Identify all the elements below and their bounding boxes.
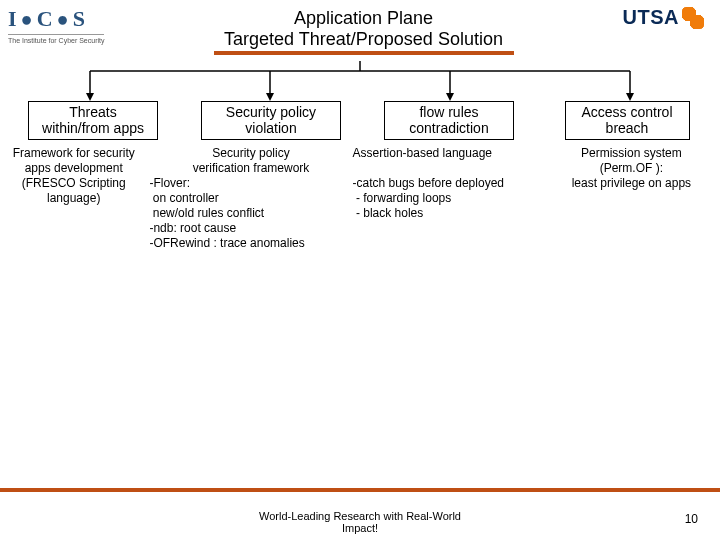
column-flowrules: flow rules contradiction — [360, 101, 538, 139]
box-line: breach — [572, 120, 683, 136]
box-line: Access control — [572, 104, 683, 120]
desc-line: -Flover: — [149, 176, 352, 191]
desc-line — [353, 161, 547, 176]
desc-line: -catch bugs before deployed — [353, 176, 547, 191]
ics-logo: I ● C ● S The Institute for Cyber Securi… — [8, 6, 104, 44]
desc-access: Permission system (Perm.OF ): least priv… — [547, 146, 716, 251]
desc-line: -OFRewind : trace anomalies — [149, 236, 352, 251]
desc-line: on controller — [149, 191, 352, 206]
box-line: violation — [208, 120, 334, 136]
desc-line: -ndb: root cause — [149, 221, 352, 236]
desc-line: apps development — [4, 161, 143, 176]
desc-line: language) — [4, 191, 143, 206]
ics-letter-c: C — [37, 6, 53, 32]
dot-icon: ● — [57, 8, 69, 31]
svg-marker-9 — [626, 93, 634, 101]
box-flowrules: flow rules contradiction — [384, 101, 514, 139]
utsa-text: UTSA — [623, 6, 679, 29]
box-policy: Security policy violation — [201, 101, 341, 139]
box-line: contradiction — [391, 120, 507, 136]
title-line-1: Application Plane — [104, 8, 622, 29]
box-threats: Threats within/from apps — [28, 101, 158, 139]
desc-policy: Security policy verification framework -… — [143, 146, 352, 251]
page-number: 10 — [685, 512, 698, 526]
box-line: Security policy — [208, 104, 334, 120]
column-access: Access control breach — [538, 101, 716, 139]
utsa-mark-icon — [682, 7, 704, 29]
column-policy: Security policy violation — [182, 101, 360, 139]
ics-subtitle: The Institute for Cyber Security — [8, 34, 104, 44]
ics-letter-s: S — [73, 6, 85, 32]
tree-connector — [0, 61, 720, 101]
footer-divider — [0, 488, 720, 492]
svg-marker-7 — [266, 93, 274, 101]
desc-threats: Framework for security apps development … — [4, 146, 143, 251]
desc-line: - black holes — [353, 206, 547, 221]
desc-line: new/old rules conflict — [149, 206, 352, 221]
page-title: Application Plane Targeted Threat/Propos… — [104, 6, 622, 55]
box-line: Threats — [35, 104, 151, 120]
desc-line: Security policy — [149, 146, 352, 161]
svg-marker-6 — [86, 93, 94, 101]
desc-flowrules: Assertion-based language -catch bugs bef… — [353, 146, 547, 251]
title-underline — [214, 51, 514, 55]
box-line: within/from apps — [35, 120, 151, 136]
dot-icon: ● — [21, 8, 33, 31]
desc-line: Permission system — [547, 146, 716, 161]
footer-text: World-Leading Research with Real-World I… — [240, 510, 480, 534]
desc-line: least privilege on apps — [547, 176, 716, 191]
desc-line: verification framework — [149, 161, 352, 176]
box-line: flow rules — [391, 104, 507, 120]
desc-line: (FRESCO Scripting — [4, 176, 143, 191]
desc-line: (Perm.OF ): — [547, 161, 716, 176]
title-line-2: Targeted Threat/Proposed Solution — [104, 29, 622, 50]
desc-line: Framework for security — [4, 146, 143, 161]
column-threats: Threats within/from apps — [4, 101, 182, 139]
ics-letter-i: I — [8, 6, 17, 32]
desc-line: Assertion-based language — [353, 146, 547, 161]
box-access: Access control breach — [565, 101, 690, 139]
desc-line: - forwarding loops — [353, 191, 547, 206]
utsa-logo: UTSA — [623, 6, 704, 29]
svg-marker-8 — [446, 93, 454, 101]
